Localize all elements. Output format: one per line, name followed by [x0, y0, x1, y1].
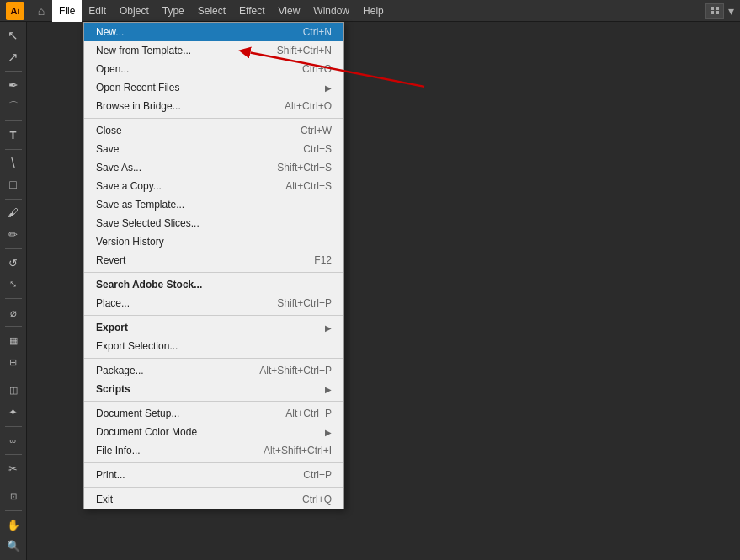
home-icon[interactable]: ⌂ [30, 0, 52, 22]
separator-6 [84, 462, 343, 463]
menu-item-document-setup-shortcut: Alt+Ctrl+P [285, 408, 332, 419]
blend-tool-button[interactable]: ∞ [2, 429, 25, 451]
menu-item-browse-bridge-shortcut: Alt+Ctrl+O [285, 100, 332, 112]
export-arrow-icon: ▶ [325, 323, 332, 333]
menu-item-exit-label: Exit [96, 493, 113, 505]
scissors-tool-button[interactable]: ✂ [2, 458, 25, 479]
menu-item-save-as-template[interactable]: Save as Template... [84, 195, 343, 214]
zoom-tool-button[interactable]: 🔍 [2, 536, 25, 557]
scripts-arrow-icon: ▶ [325, 385, 332, 394]
menubar: Ai ⌂ File Edit Object Type Select Effect… [0, 0, 740, 22]
menu-window[interactable]: Window [306, 0, 356, 22]
toolbar-separator-5 [5, 248, 22, 249]
pen-tool-button[interactable]: ✒ [2, 75, 25, 96]
menu-item-save-copy[interactable]: Save a Copy... Alt+Ctrl+S [84, 177, 343, 195]
menu-item-print[interactable]: Print... Ctrl+P [84, 466, 343, 484]
menu-view[interactable]: View [272, 0, 307, 22]
menu-item-search-adobe-stock-label: Search Adobe Stock... [96, 279, 202, 291]
menu-item-new-from-template-label: New from Template... [96, 45, 191, 56]
mesh-tool-button[interactable]: ⊞ [2, 352, 25, 373]
menu-type[interactable]: Type [156, 0, 191, 22]
warp-tool-button[interactable]: ⌀ [2, 302, 25, 323]
pencil-tool-button[interactable]: ✏ [2, 224, 25, 245]
menu-item-close-label: Close [96, 125, 122, 136]
menu-item-new[interactable]: New... Ctrl+N [84, 23, 343, 41]
menu-effect[interactable]: Effect [232, 0, 271, 22]
app-logo-container: Ai [3, 0, 27, 22]
toolbar-separator-1 [5, 71, 22, 72]
gradient-tool-button[interactable]: ◫ [2, 380, 25, 401]
menu-item-save-as-template-label: Save as Template... [96, 199, 184, 211]
grid-view-button[interactable] [705, 3, 724, 19]
menu-item-revert[interactable]: Revert F12 [84, 251, 343, 269]
menu-item-package[interactable]: Package... Alt+Shift+Ctrl+P [84, 361, 343, 380]
menu-item-save-as-shortcut: Shift+Ctrl+S [277, 162, 332, 173]
left-toolbar: ↖ ↗ ✒ ⌒ T \ □ 🖌 ✏ ↺ ⤡ ⌀ ▦ ⊞ ◫ ✦ ∞ ✂ ⊡ ✋ … [0, 22, 27, 560]
chevron-down-icon[interactable]: ▾ [726, 4, 737, 18]
menu-item-place[interactable]: Place... Shift+Ctrl+P [84, 294, 343, 312]
eyedropper-tool-button[interactable]: ✦ [2, 402, 25, 423]
menu-item-new-from-template-shortcut: Shift+Ctrl+N [277, 45, 332, 56]
menu-item-version-history[interactable]: Version History [84, 232, 343, 251]
document-color-mode-arrow-icon: ▶ [325, 428, 332, 437]
curvature-tool-button[interactable]: ⌒ [2, 97, 25, 118]
menu-item-browse-bridge[interactable]: Browse in Bridge... Alt+Ctrl+O [84, 97, 343, 115]
menu-item-close[interactable]: Close Ctrl+W [84, 121, 343, 140]
graph-tool-button[interactable]: ▦ [2, 330, 25, 351]
menu-item-new-from-template[interactable]: New from Template... Shift+Ctrl+N [84, 41, 343, 60]
menu-item-document-setup-label: Document Setup... [96, 408, 179, 419]
toolbar-separator-6 [5, 298, 22, 299]
menu-item-save-selected-slices[interactable]: Save Selected Slices... [84, 214, 343, 232]
menu-item-search-adobe-stock[interactable]: Search Adobe Stock... [84, 275, 343, 294]
open-recent-arrow-icon: ▶ [325, 83, 332, 93]
view-toggle[interactable]: ▾ [705, 3, 737, 19]
hand-tool-button[interactable]: ✋ [2, 515, 25, 536]
menu-item-save-label: Save [96, 143, 119, 155]
menu-item-save-copy-label: Save a Copy... [96, 180, 162, 192]
menu-item-export-selection[interactable]: Export Selection... [84, 337, 343, 355]
menu-item-save[interactable]: Save Ctrl+S [84, 140, 343, 158]
direct-selection-tool-button[interactable]: ↗ [2, 47, 25, 68]
menu-item-scripts[interactable]: Scripts ▶ [84, 380, 343, 398]
menu-edit[interactable]: Edit [82, 0, 113, 22]
line-tool-button[interactable]: \ [2, 153, 25, 174]
menu-item-revert-shortcut: F12 [314, 254, 332, 266]
menu-item-document-color-mode[interactable]: Document Color Mode ▶ [84, 423, 343, 441]
menu-item-exit[interactable]: Exit Ctrl+Q [84, 490, 343, 509]
selection-tool-button[interactable]: ↖ [2, 25, 25, 46]
rectangle-tool-button[interactable]: □ [2, 174, 25, 195]
menu-item-save-shortcut: Ctrl+S [303, 143, 332, 155]
separator-4 [84, 358, 343, 359]
toolbar-separator-3 [5, 149, 22, 150]
menu-file[interactable]: File [52, 0, 82, 22]
scale-tool-button[interactable]: ⤡ [2, 274, 25, 295]
separator-2 [84, 272, 343, 273]
rotate-tool-button[interactable]: ↺ [2, 253, 25, 274]
separator-7 [84, 487, 343, 488]
toolbar-separator-7 [5, 326, 22, 327]
menu-item-exit-shortcut: Ctrl+Q [302, 493, 332, 505]
menu-item-open-recent[interactable]: Open Recent Files ▶ [84, 78, 343, 97]
menu-item-save-as[interactable]: Save As... Shift+Ctrl+S [84, 158, 343, 177]
menu-item-close-shortcut: Ctrl+W [301, 125, 332, 136]
toolbar-separator-8 [5, 376, 22, 376]
artboard-tool-button[interactable]: ⊡ [2, 486, 25, 507]
menu-object[interactable]: Object [113, 0, 156, 22]
toolbar-separator-11 [5, 483, 22, 483]
menu-item-open[interactable]: Open... Ctrl+O [84, 60, 343, 78]
menu-item-package-shortcut: Alt+Shift+Ctrl+P [259, 365, 332, 376]
menu-item-save-copy-shortcut: Alt+Ctrl+S [285, 180, 332, 192]
menu-item-file-info-shortcut: Alt+Shift+Ctrl+I [264, 445, 332, 456]
menu-item-document-setup[interactable]: Document Setup... Alt+Ctrl+P [84, 404, 343, 423]
menu-help[interactable]: Help [356, 0, 391, 22]
type-tool-button[interactable]: T [2, 125, 25, 146]
menu-item-new-label: New... [96, 26, 124, 38]
menu-item-export-label: Export [96, 322, 128, 333]
menu-select[interactable]: Select [191, 0, 232, 22]
menu-item-file-info[interactable]: File Info... Alt+Shift+Ctrl+I [84, 441, 343, 460]
paintbrush-tool-button[interactable]: 🖌 [2, 203, 25, 224]
menu-item-print-label: Print... [96, 469, 125, 481]
toolbar-separator-10 [5, 454, 22, 455]
main-area: New... Ctrl+N New from Template... Shift… [27, 22, 740, 560]
menu-item-export[interactable]: Export ▶ [84, 318, 343, 337]
